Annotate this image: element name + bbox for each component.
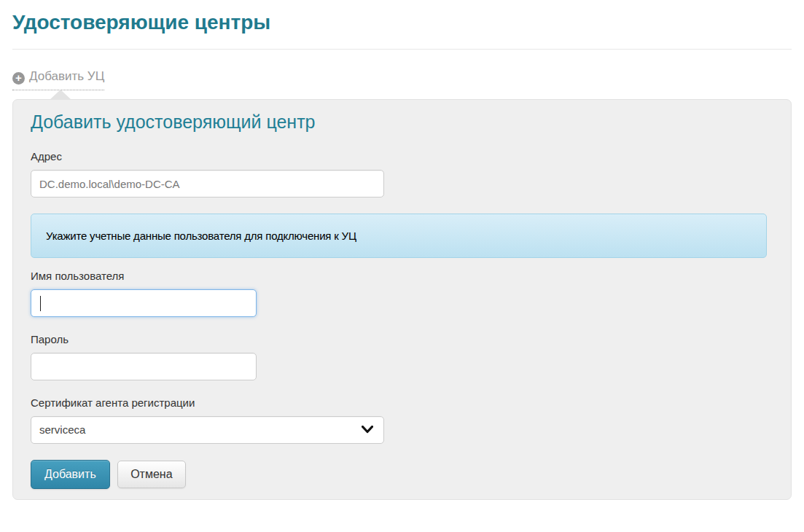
address-field-group: Адрес bbox=[31, 150, 773, 197]
add-button[interactable]: Добавить bbox=[31, 460, 110, 489]
certificate-selected-value: serviceca bbox=[39, 423, 85, 436]
password-label: Пароль bbox=[31, 333, 773, 345]
address-label: Адрес bbox=[31, 150, 773, 163]
toolbar: +Добавить УЦ bbox=[12, 69, 792, 87]
username-input[interactable] bbox=[31, 289, 257, 317]
add-ca-panel: Добавить удостоверяющий центр Адрес Укаж… bbox=[12, 99, 792, 500]
cancel-button[interactable]: Отмена bbox=[117, 461, 185, 488]
certificate-select[interactable]: serviceca bbox=[31, 416, 384, 444]
add-ca-link[interactable]: +Добавить УЦ bbox=[12, 69, 104, 90]
page-title: Удостоверяющие центры bbox=[12, 11, 792, 34]
certificate-label: Сертификат агента регистрации bbox=[31, 396, 773, 409]
username-input-wrap bbox=[31, 289, 257, 317]
password-field-group: Пароль bbox=[31, 333, 773, 380]
username-field-group: Имя пользователя bbox=[31, 270, 773, 317]
header-divider bbox=[12, 49, 792, 50]
username-label: Имя пользователя bbox=[31, 270, 773, 282]
password-input[interactable] bbox=[31, 353, 257, 380]
button-row: Добавить Отмена bbox=[31, 460, 773, 490]
plus-circle-icon: + bbox=[12, 72, 25, 85]
page: Удостоверяющие центры +Добавить УЦ Добав… bbox=[0, 11, 804, 500]
chevron-down-icon bbox=[362, 426, 373, 434]
panel-title: Добавить удостоверяющий центр bbox=[31, 112, 773, 133]
certificate-field-group: Сертификат агента регистрации serviceca bbox=[31, 396, 773, 444]
add-ca-link-label: Добавить УЦ bbox=[29, 69, 104, 83]
info-banner: Укажите учетные данные пользователя для … bbox=[31, 214, 767, 258]
address-input[interactable] bbox=[31, 170, 384, 197]
